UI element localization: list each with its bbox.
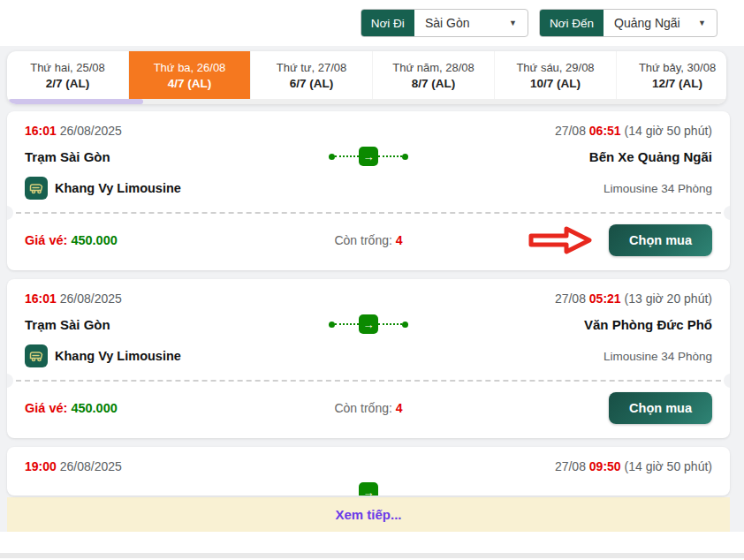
tab-lunar-label: 6/7 (AL) [290, 77, 334, 90]
arrive-datetime: 27/08 09:50 (14 giờ 50 phút) [555, 459, 712, 473]
arrive-time: 05:21 [589, 291, 621, 306]
depart-time: 16:01 [25, 124, 57, 138]
chevron-down-icon: ▼ [698, 19, 706, 27]
chevron-down-icon: ▼ [509, 19, 517, 27]
fare-label: Giá vé: [25, 233, 67, 247]
trip-card[interactable]: 16:01 26/08/2025 27/08 05:21 (13 giờ 20 … [7, 279, 730, 438]
date-tab-fri[interactable]: Thứ sáu, 29/08 10/7 (AL) [495, 51, 617, 99]
tabs-scrollbar-thumb[interactable] [9, 99, 143, 104]
load-more-bar[interactable]: Xem tiếp... [7, 497, 730, 532]
destination-select[interactable]: Nơi Đến Quảng Ngãi ▼ [539, 9, 717, 37]
depart-datetime: 16:01 26/08/2025 [25, 291, 122, 306]
arrive-date: 27/08 [555, 291, 586, 306]
route-start-dot [329, 154, 335, 160]
trip-card[interactable]: 16:01 26/08/2025 27/08 06:51 (14 giờ 50 … [7, 111, 730, 270]
origin-selected-text: Sài Gòn [425, 16, 470, 30]
arrive-date: 27/08 [555, 124, 586, 138]
origin-value[interactable]: Sài Gòn ▼ [414, 10, 528, 36]
depart-time: 16:01 [25, 291, 57, 306]
fare: Giá vé: 450.000 [25, 401, 334, 415]
arrive-date: 27/08 [555, 459, 586, 473]
tab-lunar-label: 2/7 (AL) [46, 77, 90, 90]
operator-bus-icon [25, 177, 48, 200]
trip-duration: (14 giờ 50 phút) [625, 459, 712, 473]
origin-select[interactable]: Nơi Đi Sài Gòn ▼ [361, 9, 528, 37]
date-tab-mon[interactable]: Thứ hai, 25/08 2/7 (AL) [7, 51, 129, 99]
seats-label: Còn trống: [334, 233, 391, 247]
buy-button[interactable]: Chọn mua [609, 224, 712, 256]
depart-datetime: 16:01 26/08/2025 [25, 124, 122, 138]
destination-value[interactable]: Quảng Ngãi ▼ [604, 10, 717, 36]
tab-day-label: Thứ bảy, 30/08 [639, 61, 716, 74]
ticket-divider [7, 380, 730, 382]
tab-day-label: Thứ sáu, 29/08 [516, 61, 594, 74]
seats-label: Còn trống: [334, 401, 391, 415]
content-area: Thứ hai, 25/08 2/7 (AL) Thứ ba, 26/08 4/… [0, 46, 744, 532]
to-station: Bến Xe Quảng Ngãi [417, 149, 712, 164]
date-tab-bar: Thứ hai, 25/08 2/7 (AL) Thứ ba, 26/08 4/… [7, 51, 726, 104]
route-start-dot [329, 322, 335, 328]
operator-name: Khang Vy Limousine [55, 181, 181, 195]
load-more-label: Xem tiếp... [335, 507, 401, 522]
arrive-datetime: 27/08 06:51 (14 giờ 50 phút) [555, 124, 712, 138]
route-arrow-icon: → [359, 147, 378, 166]
fare-label: Giá vé: [25, 401, 67, 415]
annotation-arrow [528, 224, 595, 256]
operator-name: Khang Vy Limousine [55, 349, 181, 363]
depart-time: 19:00 [25, 459, 57, 473]
origin-label: Nơi Đi [361, 10, 414, 36]
date-tab-tue-active[interactable]: Thứ ba, 26/08 4/7 (AL) [129, 51, 251, 99]
date-tab-thu[interactable]: Thứ năm, 28/08 8/7 (AL) [373, 51, 495, 99]
destination-label: Nơi Đến [540, 10, 604, 36]
fare-value: 450.000 [71, 233, 117, 247]
route-dotted-line [335, 323, 359, 325]
route-indicator: → [329, 314, 408, 334]
route-dotted-line [335, 155, 359, 157]
depart-date: 26/08/2025 [60, 124, 122, 138]
destination-selected-text: Quảng Ngãi [614, 16, 680, 30]
trip-card[interactable]: 19:00 26/08/2025 27/08 09:50 (14 giờ 50 … [7, 447, 730, 496]
trip-duration: (13 giờ 20 phút) [625, 291, 712, 306]
date-tab-sat[interactable]: Thứ bảy, 30/08 12/7 (AL) [617, 51, 726, 99]
tab-day-label: Thứ hai, 25/08 [30, 61, 105, 74]
tabs-scrollbar-track[interactable] [7, 99, 726, 104]
buy-button[interactable]: Chọn mua [609, 392, 712, 424]
vehicle-type: Limousine 34 Phòng [604, 182, 712, 195]
route-arrow-icon: → [359, 314, 378, 334]
arrive-time: 09:50 [589, 459, 621, 473]
trip-duration: (14 giờ 50 phút) [625, 124, 712, 138]
route-arrow-icon: → [359, 482, 378, 496]
tab-day-label: Thứ năm, 28/08 [392, 61, 474, 74]
vehicle-type: Limousine 34 Phòng [604, 350, 712, 363]
tab-lunar-label: 12/7 (AL) [652, 77, 702, 90]
tab-day-label: Thứ tư, 27/08 [277, 61, 347, 74]
route-end-dot [402, 322, 408, 328]
ticket-divider [7, 212, 730, 214]
seats-count: 4 [396, 233, 403, 247]
fare-value: 450.000 [71, 401, 117, 415]
depart-datetime: 19:00 26/08/2025 [25, 459, 122, 473]
from-station: Trạm Sài Gòn [25, 317, 320, 332]
seats-count: 4 [396, 401, 403, 415]
page-bottom-spacer [0, 532, 744, 553]
arrive-time: 06:51 [589, 124, 621, 138]
operator-bus-icon [25, 344, 48, 367]
seats-available: Còn trống: 4 [334, 401, 402, 415]
fare: Giá vé: 450.000 [25, 233, 334, 247]
to-station: Văn Phòng Đức Phổ [417, 317, 712, 332]
route-dotted-line [378, 155, 402, 157]
route-dotted-line [378, 323, 402, 325]
date-tab-wed[interactable]: Thứ tư, 27/08 6/7 (AL) [251, 51, 373, 99]
route-end-dot [402, 154, 408, 160]
search-header: Nơi Đi Sài Gòn ▼ Nơi Đến Quảng Ngãi ▼ [0, 0, 744, 46]
tab-lunar-label: 4/7 (AL) [168, 77, 212, 90]
tab-day-label: Thứ ba, 26/08 [154, 61, 226, 74]
tab-lunar-label: 10/7 (AL) [530, 77, 581, 90]
route-indicator: → [329, 147, 408, 166]
depart-date: 26/08/2025 [60, 459, 122, 473]
page-bottom-strip [0, 553, 744, 558]
depart-date: 26/08/2025 [60, 291, 122, 306]
tab-lunar-label: 8/7 (AL) [412, 77, 456, 90]
seats-available: Còn trống: 4 [334, 233, 402, 247]
arrive-datetime: 27/08 05:21 (13 giờ 20 phút) [555, 291, 712, 306]
